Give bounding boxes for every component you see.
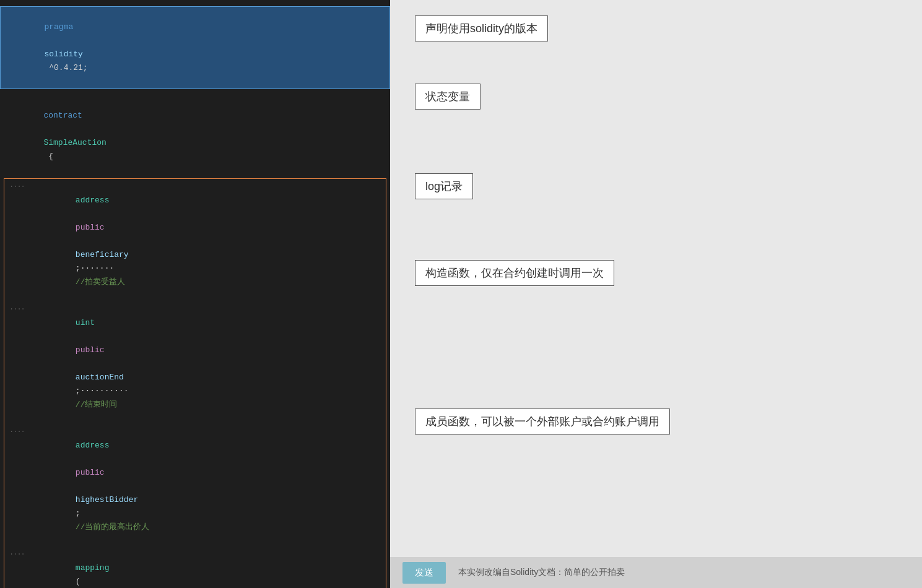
annotation-member-fn-box: 成员函数，可以被一个外部账户或合约账户调用	[415, 409, 670, 435]
annotation-log-box: log记录	[415, 173, 473, 199]
annotation-log: log记录	[415, 173, 473, 199]
annotation-state-vars-text: 状态变量	[425, 90, 470, 103]
annotation-log-text: log记录	[425, 180, 463, 192]
bottom-bar: 发送 本实例改编自Solidity文档：简单的公开拍卖	[390, 557, 922, 588]
code-area: pragma solidity ^0.4.21; contract Simple…	[0, 6, 390, 588]
annotation-member-fn-text: 成员函数，可以被一个外部账户或合约账户调用	[425, 415, 659, 428]
contract-line: contract SimpleAuction {	[0, 95, 390, 177]
annotation-pragma-box: 声明使用solidity的版本	[415, 15, 548, 41]
annotations-container: 声明使用solidity的版本 状态变量 log记录 构造函数，仅在合约创建时调…	[415, 12, 897, 576]
annotation-constructor-text: 构造函数，仅在合约创建时调用一次	[425, 267, 604, 279]
pragma-line: pragma solidity ^0.4.21;	[0, 6, 390, 89]
right-panel: 声明使用solidity的版本 状态变量 log记录 构造函数，仅在合约创建时调…	[390, 0, 922, 588]
code-editor-panel: pragma solidity ^0.4.21; contract Simple…	[0, 0, 390, 588]
annotation-member-fn: 成员函数，可以被一个外部账户或合约账户调用	[415, 409, 670, 435]
annotation-state-vars-box: 状态变量	[415, 84, 481, 110]
annotation-pragma-text: 声明使用solidity的版本	[425, 22, 537, 35]
send-button[interactable]: 发送	[402, 562, 446, 584]
state-vars-box: ···· address public beneficiary ;·······…	[4, 178, 386, 588]
annotation-pragma: 声明使用solidity的版本	[415, 15, 548, 41]
annotation-constructor: 构造函数，仅在合约创建时调用一次	[415, 260, 614, 286]
footer-text: 本实例改编自Solidity文档：简单的公开拍卖	[458, 567, 625, 578]
annotation-state-vars: 状态变量	[415, 84, 481, 110]
annotation-constructor-box: 构造函数，仅在合约创建时调用一次	[415, 260, 614, 286]
